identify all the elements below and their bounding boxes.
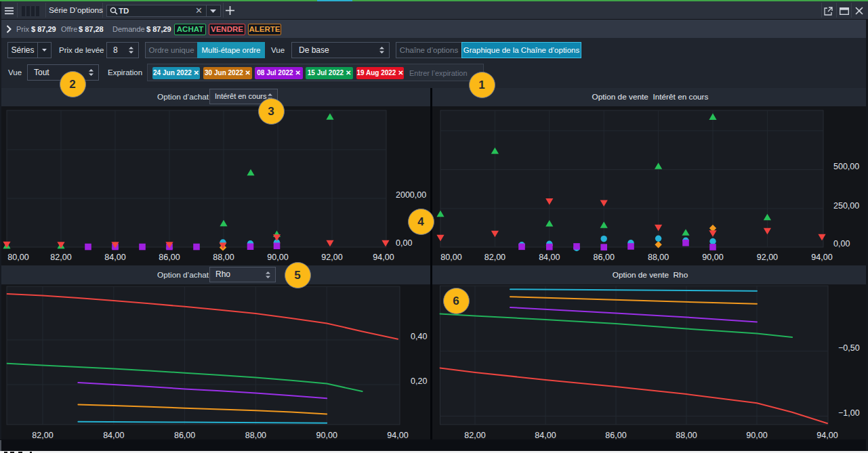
svg-text:88,00: 88,00 (676, 431, 697, 440)
svg-text:94,00: 94,00 (811, 253, 832, 262)
svg-text:86,00: 86,00 (159, 253, 180, 262)
svg-text:80,00: 80,00 (440, 253, 461, 262)
svg-text:90,00: 90,00 (702, 253, 723, 262)
svg-text:92,00: 92,00 (757, 253, 778, 262)
svg-text:84,00: 84,00 (539, 253, 560, 262)
svg-text:94,00: 94,00 (387, 431, 408, 440)
svg-text:88,00: 88,00 (213, 253, 234, 262)
svg-text:82,00: 82,00 (484, 253, 505, 262)
svg-text:94,00: 94,00 (373, 253, 394, 262)
svg-text:2000,00: 2000,00 (396, 190, 426, 200)
svg-text:90,00: 90,00 (316, 431, 337, 440)
svg-text:0,40: 0,40 (411, 332, 427, 341)
svg-text:86,00: 86,00 (174, 431, 195, 440)
svg-text:500,00: 500,00 (833, 162, 859, 171)
svg-text:86,00: 86,00 (605, 431, 626, 440)
svg-text:0,00: 0,00 (833, 239, 850, 249)
svg-text:84,00: 84,00 (103, 431, 124, 440)
svg-text:0,20: 0,20 (411, 376, 427, 386)
svg-text:80,00: 80,00 (7, 253, 28, 262)
svg-text:90,00: 90,00 (746, 431, 767, 440)
svg-text:88,00: 88,00 (245, 431, 266, 440)
svg-text:84,00: 84,00 (104, 253, 125, 262)
svg-text:90,00: 90,00 (267, 253, 288, 262)
svg-text:94,00: 94,00 (817, 431, 838, 440)
svg-text:−1,00: −1,00 (838, 408, 860, 418)
svg-text:82,00: 82,00 (464, 431, 485, 440)
svg-text:84,00: 84,00 (535, 431, 556, 440)
svg-text:82,00: 82,00 (32, 431, 53, 440)
svg-text:−0,50: −0,50 (838, 343, 860, 353)
svg-text:250,00: 250,00 (833, 201, 859, 211)
svg-text:82,00: 82,00 (50, 253, 71, 262)
svg-text:88,00: 88,00 (648, 253, 669, 262)
svg-text:0,00: 0,00 (396, 238, 412, 248)
svg-text:92,00: 92,00 (321, 253, 342, 262)
svg-text:86,00: 86,00 (594, 253, 615, 262)
